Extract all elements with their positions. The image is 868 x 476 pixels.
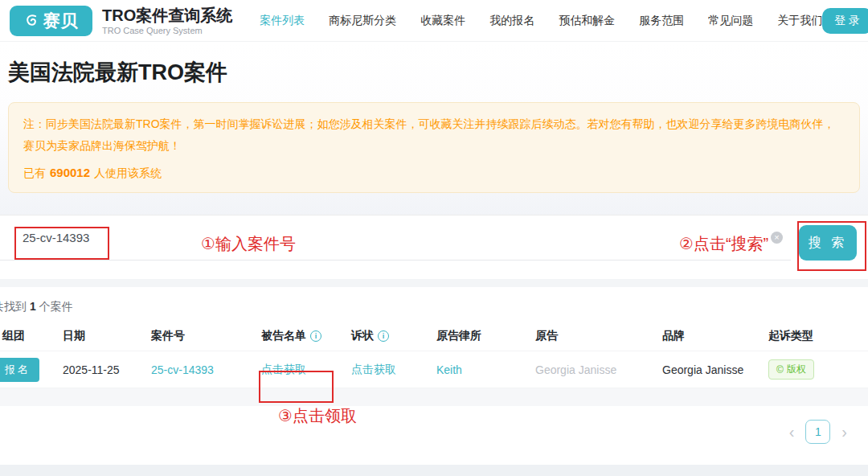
page-number-button[interactable]: 1 [805, 420, 830, 444]
empty-row-strip [0, 388, 868, 406]
table-header-row: 组团 日期 案件号 被告名单i 诉状i 原告律所 原告 品牌 起诉类型 [0, 321, 868, 351]
search-input-wrap: × [0, 215, 791, 261]
notice-text: 注：同步美国法院最新TRO案件，第一时间掌握诉讼进展；如您涉及相关案件，可收藏关… [23, 113, 845, 157]
law-firm-link[interactable]: Keith [436, 363, 462, 376]
logo-swirl-icon [24, 13, 40, 29]
case-type-badge: © 版权 [768, 359, 814, 380]
signup-button[interactable]: 报名 [0, 358, 39, 382]
cell-brand: Georgia Janisse [662, 363, 768, 376]
defendants-get-link[interactable]: 点击获取 [261, 363, 306, 375]
app-title: TRO案件查询系统 [102, 6, 232, 24]
cell-group: 报名 [0, 358, 63, 382]
case-number-input[interactable] [0, 215, 771, 260]
results-count: 共找到1个案件 [0, 287, 868, 321]
top-navigation-bar: 赛贝 TRO案件查询系统 TRO Case Query System 案件列表 … [0, 0, 868, 42]
main-nav: 案件列表 商标尼斯分类 收藏案件 我的报名 预估和解金 服务范围 常见问题 关于… [260, 14, 822, 28]
count-number: 1 [30, 300, 36, 313]
search-section: × 搜 索 [0, 215, 868, 279]
col-header-group: 组团 [0, 329, 63, 343]
col-header-complaint: 诉状i [351, 329, 436, 343]
results-section: 共找到1个案件 每页显示: 20条 ∨ 组团 日期 案件号 被告名单i 诉状i … [0, 287, 868, 476]
logo-text: 赛贝 [43, 10, 79, 32]
search-button[interactable]: 搜 索 [799, 225, 857, 261]
section-divider [0, 279, 868, 287]
case-number-link[interactable]: 25-cv-14393 [151, 363, 214, 376]
table-row: 报名 2025-11-25 25-cv-14393 点击获取 点击获取 Keit… [0, 351, 868, 388]
col-header-law-firm: 原告律所 [436, 329, 535, 343]
nav-item-settlement-estimate[interactable]: 预估和解金 [559, 14, 615, 28]
col-header-brand: 品牌 [662, 329, 768, 343]
prev-page-icon[interactable]: ‹ [789, 424, 795, 440]
next-page-icon[interactable]: › [841, 424, 847, 440]
complaint-get-link[interactable]: 点击获取 [351, 363, 396, 375]
copyright-icon: © [776, 364, 784, 375]
cell-case-no: 25-cv-14393 [151, 363, 261, 376]
cell-defendants: 点击获取 [261, 363, 351, 377]
cell-complaint: 点击获取 [351, 363, 436, 377]
info-icon[interactable]: i [378, 330, 389, 342]
col-header-defendants: 被告名单i [261, 329, 351, 343]
usage-stats: 已有690012人使用该系统 [23, 166, 845, 181]
clear-input-icon[interactable]: × [771, 232, 783, 244]
nav-item-case-list[interactable]: 案件列表 [260, 14, 305, 28]
notice-banner: 注：同步美国法院最新TRO案件，第一时间掌握诉讼进展；如您涉及相关案件，可收藏关… [8, 102, 860, 193]
count-suffix: 个案件 [39, 300, 73, 313]
cell-plaintiff: Georgia Janisse [535, 363, 662, 376]
usage-prefix: 已有 [23, 166, 46, 179]
page-title: 美国法院最新TRO案件 [8, 58, 860, 87]
cell-case-type: © 版权 [768, 359, 868, 380]
col-header-plaintiff: 原告 [535, 329, 662, 343]
app-title-block: TRO案件查询系统 TRO Case Query System [102, 6, 232, 35]
count-prefix: 共找到 [0, 300, 27, 313]
col-header-case-no: 案件号 [151, 329, 261, 343]
saibei-logo[interactable]: 赛贝 [10, 6, 92, 36]
app-subtitle: TRO Case Query System [102, 26, 232, 35]
bottom-background-band [0, 465, 868, 476]
nav-item-my-signups[interactable]: 我的报名 [489, 14, 534, 28]
nav-item-faq[interactable]: 常见问题 [708, 14, 753, 28]
nav-item-about-us[interactable]: 关于我们 [777, 14, 822, 28]
case-type-label: 版权 [787, 363, 806, 376]
nav-item-services[interactable]: 服务范围 [639, 14, 684, 28]
nav-item-favorites[interactable]: 收藏案件 [420, 14, 465, 28]
usage-suffix: 人使用该系统 [94, 166, 162, 179]
col-header-case-type: 起诉类型 [768, 329, 868, 343]
nav-item-nice-classification[interactable]: 商标尼斯分类 [329, 14, 396, 28]
tro-case-query-page: 赛贝 TRO案件查询系统 TRO Case Query System 案件列表 … [0, 0, 868, 476]
col-header-date: 日期 [63, 329, 151, 343]
login-button[interactable]: 登 录 [822, 8, 868, 34]
hero-section: 美国法院最新TRO案件 注：同步美国法院最新TRO案件，第一时间掌握诉讼进展；如… [0, 42, 868, 215]
pagination: ‹ 1 › [0, 420, 847, 444]
cell-law-firm: Keith [436, 363, 535, 376]
usage-count: 690012 [50, 166, 90, 179]
info-icon[interactable]: i [310, 330, 321, 342]
cell-date: 2025-11-25 [63, 363, 151, 376]
